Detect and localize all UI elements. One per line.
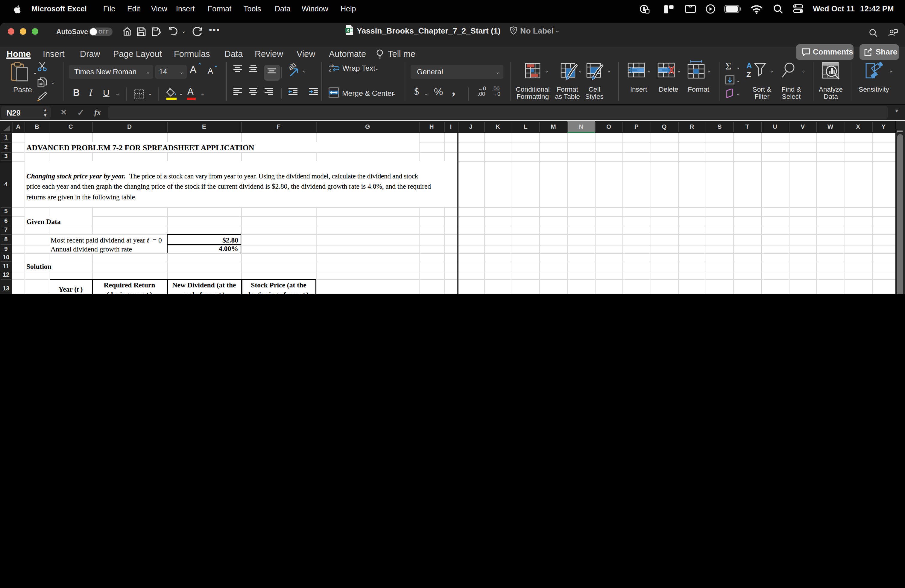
svg-text:X: X <box>346 28 349 32</box>
svg-text:ab: ab <box>329 63 334 68</box>
svg-text:?: ? <box>512 28 515 33</box>
svg-text:c: c <box>329 68 332 73</box>
